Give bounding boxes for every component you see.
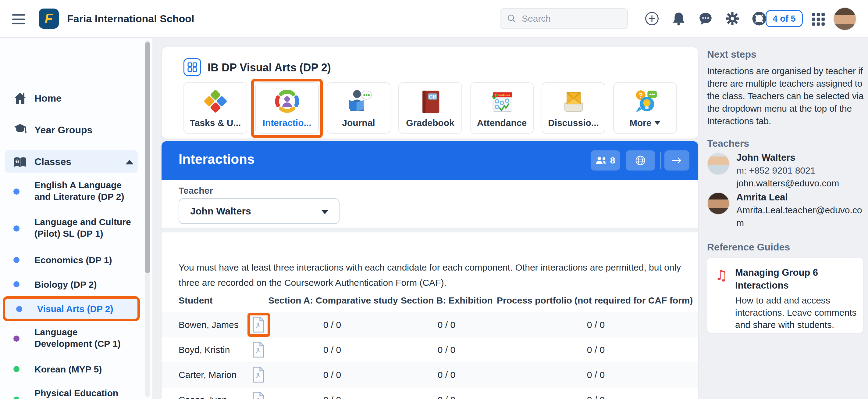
class-item-english-a[interactable]: English A Language and Literature (DP 2) [0, 179, 146, 206]
language-globe-button[interactable] [626, 150, 655, 171]
gradebook-icon-text: GB [429, 94, 436, 99]
more-caret-icon [654, 121, 660, 125]
sidebar-item-year-groups[interactable]: Year Groups [0, 122, 152, 139]
teacher-name: Amrita Leal [736, 191, 863, 204]
teacher-name: John Walters [736, 151, 863, 164]
next-steps-text: Interactions are organised by teacher if… [707, 65, 868, 127]
search-input[interactable] [521, 13, 622, 24]
process-portfolio-count: 0 / 0 [565, 320, 626, 330]
sidebar-scrollbar-thumb[interactable] [145, 42, 150, 273]
pdf-file-icon[interactable] [252, 391, 265, 399]
home-icon [13, 92, 27, 104]
tab-tile-gradebook[interactable]: GB Gradebook [398, 82, 462, 134]
pdf-file-icon[interactable] [252, 341, 265, 358]
teacher-entry: Amrita Leal Amrita.Leal.teacher@eduvo.co… [707, 191, 863, 231]
class-item-language-culture[interactable]: Language and Culture (Pilot) SL (DP 1) [0, 216, 146, 243]
caf-notice-text: You must have at least three interaction… [179, 260, 688, 290]
class-item-physical-education[interactable]: Physical Education (MYP 5) [0, 388, 146, 399]
plan-usage-badge[interactable]: 4 of 5 [766, 10, 803, 27]
sidebar-item-classes[interactable]: Classes [5, 150, 138, 173]
class-color-dot [13, 189, 20, 195]
music-note-icon: ♫ [715, 268, 727, 282]
tab-tile-journal[interactable]: Journal [327, 82, 391, 134]
puzzle-icon [202, 88, 229, 115]
dashboard-grid-icon[interactable] [184, 58, 201, 76]
class-color-dot [13, 257, 20, 263]
teacher-email[interactable]: john.walters@eduvo.com [736, 177, 864, 190]
search-box[interactable] [500, 8, 628, 29]
svg-text:?: ? [639, 91, 643, 99]
messages-chat-icon[interactable] [698, 11, 713, 26]
student-name: Carter, Marion [179, 370, 237, 380]
students-count: 8 [610, 155, 615, 166]
arrow-right-icon [672, 156, 682, 164]
faria-logo[interactable]: F [39, 8, 59, 29]
class-item-visual-arts-active[interactable]: Visual Arts (DP 2) [3, 296, 140, 321]
section-a-count: 0 / 0 [302, 345, 363, 355]
sidebar-item-home[interactable]: Home [0, 90, 152, 107]
settings-gear-icon[interactable] [725, 11, 740, 26]
teacher-selected-value: John Walters [190, 206, 251, 217]
banner-title: Interactions [179, 152, 254, 167]
teacher-email[interactable]: Amrita.Leal.teacher@eduvo.com [736, 204, 864, 229]
col-header-section-a: Section A: Comparative study [268, 295, 398, 306]
class-item-economics[interactable]: Economics (DP 1) [0, 254, 146, 268]
teacher-avatar[interactable] [707, 152, 730, 175]
interactions-banner: Interactions 8 [161, 141, 698, 180]
section-divider [161, 228, 698, 232]
process-portfolio-count: 0 / 0 [565, 345, 626, 355]
tab-tile-tasks-units[interactable]: Tasks & U... [184, 82, 247, 134]
hamburger-menu-icon[interactable] [11, 13, 26, 25]
pdf-file-icon[interactable] [252, 366, 265, 383]
student-name: Casas, Ivan [179, 395, 227, 399]
cycle-icon [274, 88, 301, 115]
col-header-section-b: Section B: Exhibition [401, 295, 493, 306]
teacher-entry: John Walters m: +852 9201 8021 john.walt… [707, 151, 863, 191]
gradebook-icon: GB [417, 88, 444, 115]
left-sidebar: Home Year Groups Classes English A Langu [0, 38, 152, 399]
user-avatar[interactable] [833, 7, 857, 30]
tab-tile-attendance[interactable]: Attendance Attendance [470, 82, 534, 134]
notifications-bell-icon[interactable] [671, 11, 686, 26]
student-name: Bowen, James [179, 320, 239, 330]
next-steps-heading: Next steps [707, 49, 756, 60]
teacher-label: Teacher [179, 186, 213, 196]
guide-title: Managing Group 6 Interactions [735, 266, 845, 292]
section-a-count: 0 / 0 [302, 370, 363, 380]
section-a-count: 0 / 0 [302, 395, 363, 399]
apps-grid-icon[interactable] [811, 12, 825, 26]
class-item-korean[interactable]: Korean (MYP 5) [0, 364, 146, 377]
open-arrow-button[interactable] [664, 150, 689, 171]
globe-icon [634, 155, 646, 166]
section-a-count: 0 / 0 [302, 320, 363, 330]
table-row: Bowen, James 0 / 0 0 / 0 0 / 0 [161, 312, 698, 337]
tab-tile-more[interactable]: ? More [613, 82, 677, 134]
journal-icon [345, 88, 372, 115]
help-lifering-icon[interactable] [751, 11, 767, 26]
class-item-language-development[interactable]: Language Development (CP 1) [0, 326, 146, 353]
students-count-button[interactable]: 8 [591, 150, 620, 171]
teachers-heading: Teachers [707, 138, 749, 149]
tab-tile-discussions[interactable]: Discussio... [541, 82, 605, 134]
section-b-count: 0 / 0 [416, 320, 477, 330]
school-name: Faria International School [67, 13, 194, 25]
teacher-avatar[interactable] [707, 192, 730, 215]
teacher-select[interactable]: John Walters [179, 198, 340, 224]
section-b-count: 0 / 0 [416, 345, 477, 355]
collapse-caret-icon[interactable] [126, 160, 133, 164]
add-plus-icon[interactable] [644, 11, 659, 26]
select-caret-icon [321, 210, 329, 214]
graduation-cap-icon [13, 123, 27, 136]
class-color-dot [13, 336, 20, 342]
col-header-student: Student [179, 295, 213, 306]
table-row: Carter, Marion 0 / 0 0 / 0 0 / 0 [161, 362, 698, 387]
class-item-biology[interactable]: Biology (DP 2) [0, 279, 146, 292]
reference-guides-heading: Reference Guides [707, 241, 790, 253]
pdf-file-icon[interactable] [252, 316, 265, 333]
classes-book-icon [13, 156, 27, 168]
reference-guide-card[interactable]: ♫ Managing Group 6 Interactions How to a… [707, 258, 863, 333]
table-row: Casas, Ivan 0 / 0 0 / 0 0 / 0 [161, 387, 698, 399]
envelope-icon [560, 88, 587, 115]
tab-tile-interactions[interactable]: Interactio... [255, 82, 319, 134]
process-portfolio-count: 0 / 0 [565, 370, 626, 380]
